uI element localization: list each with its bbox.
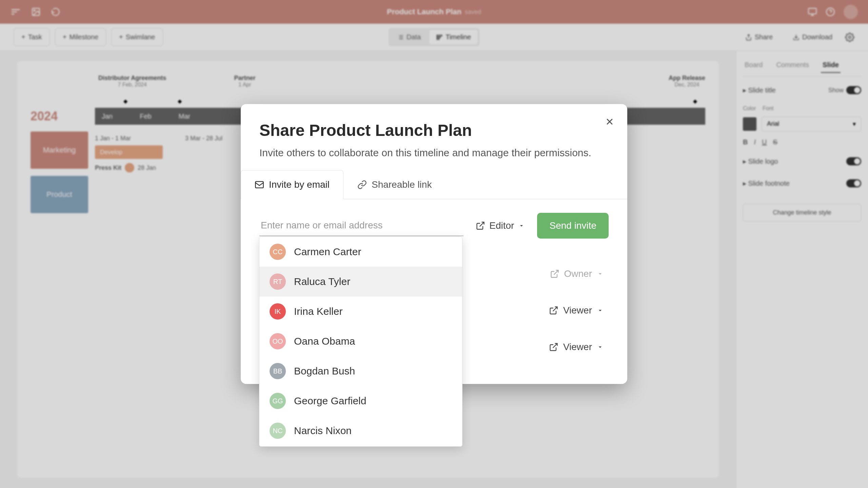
svg-line-22 (480, 222, 484, 227)
svg-line-23 (554, 270, 558, 275)
user-avatar: OO (270, 333, 286, 349)
chevron-down-icon (597, 270, 604, 277)
user-role-selector[interactable]: Viewer (544, 302, 609, 319)
suggestion-item[interactable]: CCCarmen Carter (259, 237, 462, 267)
tab-invite-email[interactable]: Invite by email (241, 170, 343, 199)
link-icon (357, 180, 367, 189)
close-icon (605, 117, 614, 126)
role-selector[interactable]: Editor (470, 216, 530, 235)
chevron-down-icon (518, 222, 525, 229)
modal-title: Share Product Launch Plan (259, 121, 609, 140)
user-role-selector[interactable]: Owner (545, 265, 609, 283)
suggestions-dropdown: CCCarmen CarterRTRaluca TylerIKIrina Kel… (259, 237, 462, 447)
user-avatar: NC (270, 423, 286, 439)
external-link-icon (476, 221, 485, 230)
tab-shareable-link[interactable]: Shareable link (343, 170, 446, 199)
email-input[interactable] (259, 215, 463, 236)
envelope-icon (255, 180, 264, 189)
suggestion-item[interactable]: NCNarcis Nixon (259, 416, 462, 446)
close-button[interactable] (603, 115, 616, 128)
suggestion-name: George Garfield (294, 395, 366, 407)
suggestion-item[interactable]: OOOana Obama (259, 326, 462, 356)
suggestion-item[interactable]: BSBogdan Stone (259, 446, 462, 447)
external-link-icon (550, 269, 559, 279)
suggestion-name: Narcis Nixon (294, 425, 352, 436)
svg-rect-21 (255, 182, 263, 188)
user-avatar: CC (270, 244, 286, 260)
suggestion-name: Carmen Carter (294, 246, 361, 258)
external-link-icon (549, 306, 558, 315)
svg-line-25 (553, 344, 557, 348)
suggestion-name: Oana Obama (294, 336, 355, 347)
suggestion-item[interactable]: RTRaluca Tyler (259, 267, 462, 297)
external-link-icon (549, 342, 558, 352)
chevron-down-icon (597, 344, 604, 350)
chevron-down-icon (597, 307, 604, 314)
share-modal: Share Product Launch Plan Invite others … (241, 104, 627, 384)
svg-line-24 (553, 307, 557, 311)
suggestion-item[interactable]: IKIrina Keller (259, 297, 462, 326)
suggestion-name: Irina Keller (294, 306, 342, 317)
suggestion-name: Bogdan Bush (294, 365, 355, 377)
user-avatar: GG (270, 393, 286, 409)
suggestion-name: Raluca Tyler (294, 276, 350, 287)
user-avatar: BB (270, 363, 286, 379)
user-role-selector[interactable]: Viewer (544, 338, 609, 356)
user-avatar: RT (270, 273, 286, 290)
send-invite-button[interactable]: Send invite (537, 213, 609, 239)
user-avatar: IK (270, 303, 286, 320)
suggestion-item[interactable]: GGGeorge Garfield (259, 386, 462, 416)
modal-subtitle: Invite others to collaborate on this tim… (259, 146, 609, 160)
suggestion-item[interactable]: BBBogdan Bush (259, 356, 462, 386)
